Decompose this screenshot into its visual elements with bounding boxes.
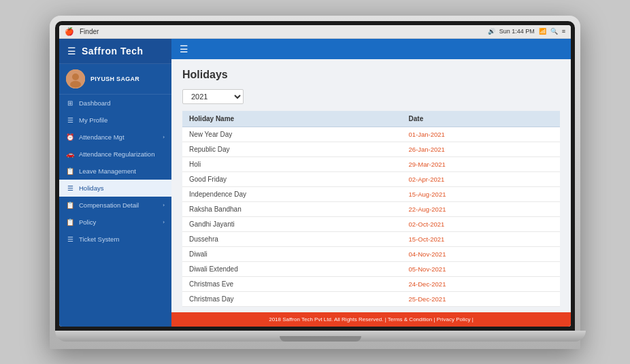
table-row: Good Friday02-Apr-2021 bbox=[182, 171, 560, 186]
footer: 2018 Saffron Tech Pvt Ltd. All Rights Re… bbox=[171, 312, 571, 327]
nav-item-ticket-system[interactable]: ☰ Ticket System bbox=[59, 231, 171, 248]
year-select[interactable]: 2019 2020 2021 2022 bbox=[182, 89, 244, 104]
sidebar-header: ☰ Saffron Tech bbox=[59, 39, 171, 64]
holiday-date-cell: 25-Dec-2021 bbox=[402, 291, 560, 306]
holiday-date-cell: 01-Jan-2021 bbox=[402, 127, 560, 142]
mac-menubar-left: 🍎 Finder bbox=[65, 27, 99, 36]
nav-label-policy: Policy bbox=[79, 218, 96, 226]
nav-item-my-profile[interactable]: ☰ My Profile bbox=[59, 112, 171, 129]
holiday-name-cell: Christmas Day bbox=[182, 291, 402, 306]
laptop-base bbox=[55, 331, 586, 342]
holiday-name-cell: Holi bbox=[182, 156, 402, 171]
app-container: ☰ Saffron Tech bbox=[59, 39, 571, 327]
volume-icon: 🔊 bbox=[488, 28, 495, 35]
holidays-tbody: New Year Day01-Jan-2021Republic Day26-Ja… bbox=[182, 127, 560, 306]
menu-icon: ≡ bbox=[562, 28, 565, 35]
policy-icon: 📋 bbox=[66, 218, 74, 226]
table-header-row: Holiday Name Date bbox=[182, 111, 560, 127]
content-area: Holidays 2019 2020 2021 2022 bbox=[171, 59, 571, 312]
svg-point-2 bbox=[70, 81, 81, 88]
holiday-name-cell: Republic Day bbox=[182, 142, 402, 156]
holidays-table: Holiday Name Date New Year Day01-Jan-202… bbox=[182, 111, 560, 307]
nav-label-compensation: Compensation Detail bbox=[79, 201, 139, 209]
svg-point-1 bbox=[72, 73, 79, 80]
nav-label-leave: Leave Management bbox=[79, 167, 136, 175]
nav-item-attendance-reg[interactable]: 🚗 Attendance Regularization bbox=[59, 146, 171, 163]
holiday-name-cell: Independence Day bbox=[182, 186, 402, 201]
laptop-outer: 🍎 Finder 🔊 Sun 1:44 PM 📶 🔍 ≡ ☰ Sa bbox=[50, 16, 580, 349]
table-row: Diwali Extended05-Nov-2021 bbox=[182, 261, 560, 276]
avatar bbox=[66, 69, 85, 88]
holiday-date-cell: 26-Jan-2021 bbox=[402, 142, 560, 156]
holiday-date-cell: 15-Aug-2021 bbox=[402, 186, 560, 201]
laptop-screen-bezel: 🍎 Finder 🔊 Sun 1:44 PM 📶 🔍 ≡ ☰ Sa bbox=[55, 21, 575, 331]
nav-item-dashboard[interactable]: ⊞ Dashboard bbox=[59, 95, 171, 112]
holiday-date-cell: 29-Mar-2021 bbox=[402, 156, 560, 171]
table-header: Holiday Name Date bbox=[182, 111, 560, 127]
top-hamburger-button[interactable]: ☰ bbox=[180, 44, 188, 54]
sidebar-logo: Saffron Tech bbox=[82, 46, 144, 56]
attendance-icon: ⏰ bbox=[66, 133, 74, 141]
apple-icon: 🍎 bbox=[65, 27, 74, 36]
sidebar: ☰ Saffron Tech bbox=[59, 39, 171, 327]
table-row: Raksha Bandhan22-Aug-2021 bbox=[182, 201, 560, 216]
search-icon: 🔍 bbox=[550, 28, 558, 35]
table-row: Gandhi Jayanti02-Oct-2021 bbox=[182, 216, 560, 231]
attendance-reg-icon: 🚗 bbox=[66, 150, 74, 158]
holiday-name-cell: Good Friday bbox=[182, 171, 402, 186]
col-date: Date bbox=[402, 111, 560, 127]
user-section: PIYUSH SAGAR bbox=[59, 64, 171, 95]
holiday-date-cell: 24-Dec-2021 bbox=[402, 276, 560, 291]
nav-label-profile: My Profile bbox=[79, 116, 107, 124]
compensation-icon: 📋 bbox=[66, 201, 74, 209]
holiday-name-cell: Diwali bbox=[182, 246, 402, 261]
holiday-name-cell: Diwali Extended bbox=[182, 261, 402, 276]
user-name: PIYUSH SAGAR bbox=[90, 76, 139, 82]
holidays-icon: ☰ bbox=[66, 184, 74, 192]
holiday-date-cell: 15-Oct-2021 bbox=[402, 231, 560, 246]
time-display: Sun 1:44 PM bbox=[499, 28, 535, 35]
nav-item-attendance-mgt[interactable]: ⏰ Attendance Mgt › bbox=[59, 129, 171, 146]
holiday-name-cell: New Year Day bbox=[182, 127, 402, 142]
ticket-icon: ☰ bbox=[66, 235, 74, 243]
laptop-screen: 🍎 Finder 🔊 Sun 1:44 PM 📶 🔍 ≡ ☰ Sa bbox=[59, 25, 571, 327]
nav-label-holidays: Holidays bbox=[79, 184, 103, 192]
nav-label-ticket: Ticket System bbox=[79, 235, 119, 243]
holiday-date-cell: 04-Nov-2021 bbox=[402, 246, 560, 261]
holiday-name-cell: Raksha Bandhan bbox=[182, 201, 402, 216]
table-row: Dussehra15-Oct-2021 bbox=[182, 231, 560, 246]
table-row: Republic Day26-Jan-2021 bbox=[182, 142, 560, 156]
dashboard-icon: ⊞ bbox=[66, 99, 74, 107]
table-row: Christmas Day25-Dec-2021 bbox=[182, 291, 560, 306]
table-row: Christmas Eve24-Dec-2021 bbox=[182, 276, 560, 291]
holiday-date-cell: 22-Aug-2021 bbox=[402, 201, 560, 216]
nav-label-attendance: Attendance Mgt bbox=[79, 133, 125, 141]
holiday-name-cell: Gandhi Jayanti bbox=[182, 216, 402, 231]
hamburger-icon[interactable]: ☰ bbox=[67, 46, 76, 56]
profile-icon: ☰ bbox=[66, 116, 74, 124]
leave-icon: 📋 bbox=[66, 167, 74, 175]
avatar-img bbox=[66, 69, 85, 88]
finder-label: Finder bbox=[80, 28, 99, 35]
table-row: New Year Day01-Jan-2021 bbox=[182, 127, 560, 142]
holiday-date-cell: 02-Oct-2021 bbox=[402, 216, 560, 231]
nav-item-holidays[interactable]: ☰ Holidays bbox=[59, 180, 171, 197]
chevron-right-icon: › bbox=[163, 134, 165, 140]
mac-menubar: 🍎 Finder 🔊 Sun 1:44 PM 📶 🔍 ≡ bbox=[59, 25, 571, 39]
holiday-date-cell: 05-Nov-2021 bbox=[402, 261, 560, 276]
chevron-right-icon-comp: › bbox=[163, 202, 165, 208]
nav-item-leave-management[interactable]: 📋 Leave Management bbox=[59, 163, 171, 180]
footer-text: 2018 Saffron Tech Pvt Ltd. All Rights Re… bbox=[269, 316, 474, 322]
laptop-notch bbox=[280, 336, 361, 342]
page-title: Holidays bbox=[182, 69, 560, 81]
col-holiday-name: Holiday Name bbox=[182, 111, 402, 127]
holiday-name-cell: Christmas Eve bbox=[182, 276, 402, 291]
nav-item-policy[interactable]: 📋 Policy › bbox=[59, 214, 171, 231]
wifi-icon: 📶 bbox=[539, 28, 546, 35]
holiday-name-cell: Dussehra bbox=[182, 231, 402, 246]
holiday-date-cell: 02-Apr-2021 bbox=[402, 171, 560, 186]
chevron-right-icon-policy: › bbox=[163, 219, 165, 225]
table-row: Independence Day15-Aug-2021 bbox=[182, 186, 560, 201]
top-bar: ☰ bbox=[171, 39, 571, 59]
nav-item-compensation[interactable]: 📋 Compensation Detail › bbox=[59, 197, 171, 214]
